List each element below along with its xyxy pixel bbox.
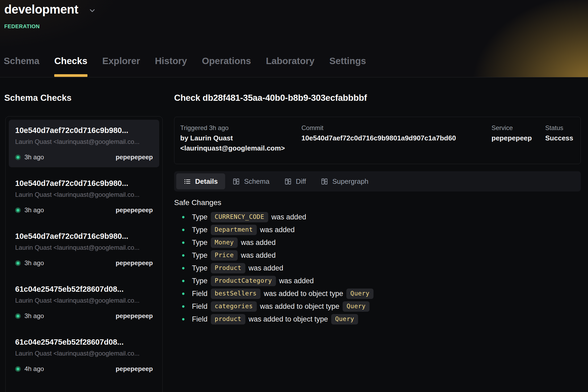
nav-tab-checks[interactable]: Checks <box>54 56 87 77</box>
check-time: 4h ago <box>24 365 44 373</box>
tab-diff[interactable]: Diff <box>277 173 314 189</box>
change-kind: Field <box>192 290 208 298</box>
status-success-dot <box>15 207 21 213</box>
tab-supergraph[interactable]: Supergraph <box>313 173 376 189</box>
bullet-icon <box>182 254 184 257</box>
check-hash: 61c04e25475eb52f28607d08... <box>15 285 153 294</box>
change-suffix: was added to object type <box>264 290 343 298</box>
change-kind: Type <box>192 251 208 260</box>
panels-icon <box>321 178 328 185</box>
change-suffix: was added <box>271 213 306 221</box>
change-target-chip: Query <box>343 301 370 312</box>
status-success-dot <box>15 366 21 372</box>
change-name-chip: CURRENCY_CODE <box>211 212 268 222</box>
nav-tab-schema[interactable]: Schema <box>4 56 39 77</box>
main-nav: Schema Checks Explorer History Operation… <box>4 56 366 77</box>
check-service: pepepepeep <box>116 312 153 320</box>
check-service: pepepepeep <box>116 206 153 214</box>
change-suffix: was added <box>241 251 276 260</box>
change-name-chip: Product <box>211 263 245 273</box>
tab-schema[interactable]: Schema <box>225 173 277 189</box>
change-name-chip: Department <box>211 225 257 235</box>
tab-label: Schema <box>244 177 269 186</box>
change-row: Field bestSellers was added to object ty… <box>174 287 581 300</box>
nav-tab-laboratory[interactable]: Laboratory <box>266 56 314 77</box>
check-service: pepepepeep <box>116 153 153 161</box>
tab-label: Details <box>195 177 218 186</box>
check-card[interactable]: 10e540d7aef72c0d716c9b980... Laurin Quas… <box>9 226 159 273</box>
check-card[interactable]: 10e540d7aef72c0d716c9b980... Laurin Quas… <box>9 120 159 167</box>
check-hash: 10e540d7aef72c0d716c9b980... <box>15 126 153 135</box>
check-author: Laurin Quast <laurinquast@googlemail.co.… <box>15 244 153 251</box>
change-suffix: was added <box>279 277 314 285</box>
nav-tab-settings[interactable]: Settings <box>329 56 366 77</box>
bullet-icon <box>182 216 184 218</box>
change-suffix: was added to object type <box>249 315 328 323</box>
check-hash: 10e540d7aef72c0d716c9b980... <box>15 232 153 241</box>
status-success-dot <box>15 155 21 160</box>
project-title: development <box>4 2 78 16</box>
check-info-box: Triggered 3h ago by Laurin Quast <laurin… <box>174 117 581 164</box>
chevron-down-icon <box>88 7 96 15</box>
change-row: Field categories was added to object typ… <box>174 300 581 313</box>
status-success-dot <box>15 313 21 319</box>
check-card[interactable]: 61c04e25475eb52f28607d08... Laurin Quast… <box>9 331 159 379</box>
tab-label: Supergraph <box>332 177 368 186</box>
check-author: Laurin Quast <laurinquast@googlemail.co.… <box>15 138 153 145</box>
change-suffix: was added to object type <box>260 302 339 311</box>
check-service: pepepepeep <box>116 259 153 267</box>
change-name-chip: product <box>211 314 245 324</box>
change-row: Type ProductCategory was added <box>174 274 581 287</box>
change-name-chip: Money <box>211 237 238 248</box>
bullet-icon <box>182 318 184 320</box>
triggered-email: <laurinquast@googlemail.com> <box>180 143 301 153</box>
check-time: 3h ago <box>24 312 44 320</box>
service-label: Service <box>492 123 545 133</box>
change-kind: Type <box>192 277 208 285</box>
service-name: pepepepeep <box>492 133 545 143</box>
bullet-icon <box>182 241 184 244</box>
check-time: 3h ago <box>24 153 44 161</box>
nav-tab-explorer[interactable]: Explorer <box>102 56 140 77</box>
tab-details[interactable]: Details <box>176 173 225 189</box>
commit-label: Commit <box>301 123 492 133</box>
change-name-chip: categories <box>211 301 257 312</box>
check-author: Laurin Quast <laurinquast@googlemail.co.… <box>15 350 153 357</box>
safe-changes-title: Safe Changes <box>174 198 581 207</box>
change-row: Type CURRENCY_CODE was added <box>174 211 581 223</box>
check-author: Laurin Quast <laurinquast@googlemail.co.… <box>15 191 153 198</box>
tab-label: Diff <box>296 177 306 186</box>
bullet-icon <box>182 293 184 295</box>
change-target-chip: Query <box>331 314 358 324</box>
bullet-icon <box>182 229 184 231</box>
check-time: 3h ago <box>24 259 44 267</box>
panels-icon <box>233 178 240 185</box>
bullet-icon <box>182 280 184 282</box>
bullet-icon <box>182 267 184 269</box>
safe-changes-list: Type CURRENCY_CODE was added Type Depart… <box>174 211 581 326</box>
check-service: pepepepeep <box>116 365 153 373</box>
check-card[interactable]: 61c04e25475eb52f28607d08... Laurin Quast… <box>9 278 159 326</box>
change-name-chip: ProductCategory <box>211 276 276 286</box>
change-row: Field product was added to object type Q… <box>174 313 581 326</box>
change-target-chip: Query <box>346 289 373 299</box>
change-row: Type Product was added <box>174 262 581 274</box>
nav-tab-history[interactable]: History <box>155 56 187 77</box>
sidebar-title: Schema Checks <box>4 93 169 103</box>
commit-hash: 10e540d7aef72c0d716c9b9801a9d907c1a7bd60 <box>301 133 492 143</box>
check-card[interactable]: 10e540d7aef72c0d716c9b980... Laurin Quas… <box>9 173 159 220</box>
check-detail-panel: Check db28f481-35aa-40b0-b8b9-303ecfabbb… <box>174 77 581 392</box>
bullet-icon <box>182 305 184 308</box>
check-view-tabbar: Details Schema Diff Supergraph <box>174 171 581 191</box>
change-row: Type Money was added <box>174 236 581 249</box>
change-suffix: was added <box>249 264 283 272</box>
checks-sidebar: Schema Checks 10e540d7aef72c0d716c9b980.… <box>0 77 169 392</box>
page-header: development FEDERATION Schema Checks Exp… <box>0 0 588 77</box>
project-switcher[interactable]: development <box>4 2 96 16</box>
nav-tab-operations[interactable]: Operations <box>202 56 251 77</box>
change-kind: Type <box>192 264 208 272</box>
triggered-label: Triggered 3h ago <box>180 123 301 133</box>
check-hash: 61c04e25475eb52f28607d08... <box>15 338 153 347</box>
federation-badge: FEDERATION <box>4 23 40 30</box>
change-kind: Type <box>192 226 208 234</box>
